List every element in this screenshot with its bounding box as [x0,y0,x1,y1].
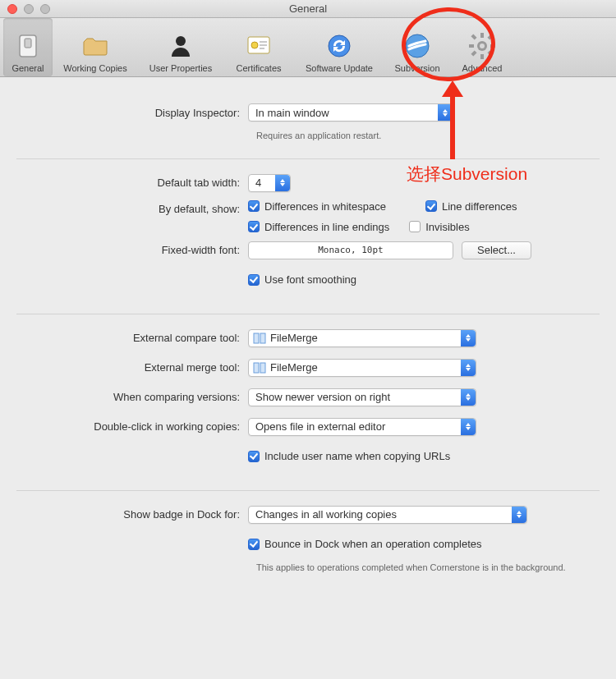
section-external-tools: External compare tool: FileMerge Externa… [16,314,600,491]
display-inspector-select[interactable]: In main window [248,103,453,122]
checkbox-font-smoothing[interactable]: Use font smoothing [248,273,356,286]
checkbox-label: Invisibles [425,221,469,233]
chevron-updown-icon [461,360,476,376]
toolbar-tab-user-properties[interactable]: User Properties [138,18,223,76]
svg-rect-1 [25,39,31,48]
filemerge-icon [252,331,267,346]
svg-point-2 [176,36,186,46]
annotation-arrow-icon [440,80,465,163]
fixed-font-label: Fixed-width font: [16,244,248,256]
checkbox-label: Include user name when copying URLs [264,450,450,462]
select-value: Changes in all working copies [255,508,507,521]
double-click-select[interactable]: Opens file in external editor [248,418,476,436]
bounce-note: This applies to operations completed whe… [256,562,577,574]
chevron-updown-icon [512,507,526,523]
checkbox-label: Differences in line endings [264,221,389,233]
chevron-updown-icon [275,175,290,191]
tab-width-select[interactable]: 4 [248,174,291,192]
svg-rect-5 [260,41,267,43]
chevron-updown-icon [461,389,476,406]
svg-rect-21 [260,333,265,343]
checkbox-line-differences[interactable]: Line differences [425,200,517,213]
checkbox-diff-line-endings[interactable]: Differences in line endings [248,221,389,233]
svg-rect-22 [254,363,259,373]
svg-rect-20 [254,333,259,343]
toolbar-label: General [11,63,44,73]
dock-badge-select[interactable]: Changes in all working copies [248,506,527,524]
tab-width-label: Default tab width: [16,177,248,189]
merge-tool-label: External merge tool: [16,361,248,374]
window-title: General [0,2,616,15]
folder-icon [80,30,111,62]
compare-tool-label: External compare tool: [16,332,248,344]
display-inspector-label: Display Inspector: [16,107,248,119]
toolbar-tab-certificates[interactable]: Certificates [223,18,294,76]
globe-refresh-icon [324,30,355,62]
checkbox-label: Line differences [442,200,517,213]
svg-marker-25 [442,80,463,97]
compare-tool-select[interactable]: FileMerge [248,329,476,347]
checkbox-bounce-dock[interactable]: Bounce in Dock when an operation complet… [248,538,482,550]
svg-rect-6 [260,44,267,46]
checkbox-label: Bounce in Dock when an operation complet… [264,538,482,550]
annotation-text: 选择Subversion [407,163,527,186]
general-icon [12,30,44,62]
chevron-updown-icon [461,330,476,346]
checkbox-label: Differences in whitespace [264,200,386,213]
checkbox-label: Use font smoothing [264,273,356,286]
select-value: Opens file in external editor [255,420,456,433]
toolbar-label: Certificates [236,63,281,73]
toolbar-tab-general[interactable]: General [3,18,53,76]
preferences-pane: Display Inspector: In main window Requir… [0,77,616,590]
preferences-toolbar: General Working Copies User Properties C… [0,18,616,77]
select-font-button[interactable]: Select... [462,241,531,259]
toolbar-label: Working Copies [63,63,126,73]
by-default-show-label: By default, show: [16,200,248,215]
user-icon [165,30,196,62]
restart-note: Requires an application restart. [256,130,600,142]
select-value: 4 [255,177,270,189]
svg-point-4 [251,42,258,48]
toolbar-label: User Properties [149,63,212,73]
compare-versions-label: When comparing versions: [16,391,248,403]
select-value: Show newer version on right [255,391,456,403]
toolbar-label: Software Update [306,63,373,73]
select-value: FileMerge [270,332,456,344]
section-dock: Show badge in Dock for: Changes in all w… [16,491,600,590]
svg-rect-7 [260,48,264,49]
chevron-updown-icon [461,419,476,435]
checkbox-invisibles[interactable]: Invisibles [409,221,469,233]
toolbar-tab-software-update[interactable]: Software Update [294,18,384,76]
select-value: In main window [255,107,433,119]
section-display-inspector: Display Inspector: In main window Requir… [16,89,600,159]
select-value: FileMerge [270,361,456,374]
checkbox-diff-whitespace[interactable]: Differences in whitespace [248,200,386,213]
filemerge-icon [252,360,267,375]
dock-badge-label: Show badge in Dock for: [16,508,248,521]
toolbar-tab-working-copies[interactable]: Working Copies [53,18,138,76]
fixed-font-field: Monaco, 10pt [248,241,453,259]
double-click-label: Double-click in working copies: [16,420,248,433]
merge-tool-select[interactable]: FileMerge [248,359,476,377]
svg-rect-23 [260,363,265,373]
checkbox-include-username[interactable]: Include user name when copying URLs [248,450,450,462]
certificate-icon [243,30,274,62]
window-titlebar: General [0,0,616,18]
compare-versions-select[interactable]: Show newer version on right [248,388,476,406]
svg-point-8 [329,35,350,57]
